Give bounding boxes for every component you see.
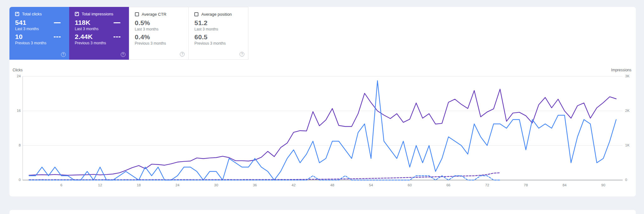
right-axis-tick-label: 0 xyxy=(625,178,638,182)
left-axis-tick-label: 0 xyxy=(9,178,21,182)
search-console-performance-page: { "page": { "background": "#eef1f6", "ca… xyxy=(0,0,644,214)
x-axis-tick-label: 66 xyxy=(442,183,455,187)
x-axis-tick-label: 90 xyxy=(597,183,609,187)
left-axis-tick-label: 16 xyxy=(9,109,21,113)
next-section-card xyxy=(9,210,636,214)
x-axis-tick-label: 78 xyxy=(519,183,532,187)
x-axis-tick-label: 30 xyxy=(210,183,222,187)
x-axis-tick-label: 48 xyxy=(326,183,339,187)
series-solid-left xyxy=(29,81,616,180)
right-axis-tick-label: 3K xyxy=(625,74,638,79)
x-axis-tick-label: 12 xyxy=(94,183,106,187)
series-solid-right xyxy=(29,89,616,175)
left-axis-tick-label: 8 xyxy=(9,143,21,148)
x-axis-tick-label: 18 xyxy=(132,183,145,187)
x-axis-tick-label: 24 xyxy=(171,183,184,187)
right-axis-tick-label: 1K xyxy=(625,143,638,148)
performance-chart-card: ✓ Total clicks 541 Last 3 months 10 Prev… xyxy=(9,7,636,196)
x-axis-tick-label: 6 xyxy=(55,183,68,187)
x-axis-tick-label: 60 xyxy=(403,183,416,187)
x-axis-tick-label: 72 xyxy=(481,183,493,187)
x-axis-tick-label: 84 xyxy=(558,183,571,187)
x-axis-tick-label: 36 xyxy=(249,183,261,187)
performance-line-chart xyxy=(9,7,636,196)
x-axis-tick-label: 42 xyxy=(287,183,300,187)
left-axis-tick-label: 24 xyxy=(9,74,21,79)
x-axis-tick-label: 54 xyxy=(365,183,377,187)
right-axis-tick-label: 2K xyxy=(625,109,638,113)
